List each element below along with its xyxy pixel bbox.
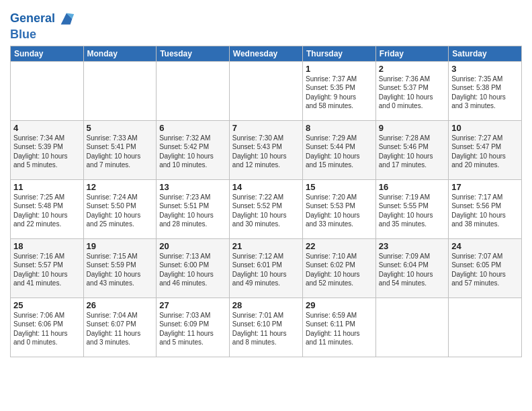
calendar-cell xyxy=(11,61,84,120)
day-number: 9 xyxy=(379,123,445,133)
day-info: Sunrise: 7:17 AMSunset: 5:56 PMDaylight:… xyxy=(451,193,519,229)
day-info: Sunrise: 7:06 AMSunset: 6:06 PMDaylight:… xyxy=(13,311,81,347)
day-info: Sunrise: 7:24 AMSunset: 5:50 PMDaylight:… xyxy=(87,193,154,229)
logo-text: General xyxy=(10,12,55,26)
calendar-cell: 8Sunrise: 7:29 AMSunset: 5:44 PMDaylight… xyxy=(302,120,375,179)
calendar-cell: 23Sunrise: 7:09 AMSunset: 6:04 PMDayligh… xyxy=(375,238,448,298)
calendar-cell: 7Sunrise: 7:30 AMSunset: 5:43 PMDaylight… xyxy=(229,120,302,179)
page-container: General Blue SundayMondayTuesdayWednesda… xyxy=(0,0,532,361)
calendar-cell: 3Sunrise: 7:35 AMSunset: 5:38 PMDaylight… xyxy=(449,61,522,120)
calendar-cell: 22Sunrise: 7:10 AMSunset: 6:02 PMDayligh… xyxy=(302,238,375,298)
calendar-cell: 1Sunrise: 7:37 AMSunset: 5:35 PMDaylight… xyxy=(302,61,375,120)
day-info: Sunrise: 6:59 AMSunset: 6:11 PMDaylight:… xyxy=(306,311,373,347)
calendar-cell: 24Sunrise: 7:07 AMSunset: 6:05 PMDayligh… xyxy=(449,238,522,298)
calendar-cell: 21Sunrise: 7:12 AMSunset: 6:01 PMDayligh… xyxy=(229,238,302,298)
day-info: Sunrise: 7:12 AMSunset: 6:01 PMDaylight:… xyxy=(232,252,300,288)
calendar-cell: 11Sunrise: 7:25 AMSunset: 5:48 PMDayligh… xyxy=(11,179,84,238)
calendar-cell xyxy=(449,298,522,357)
calendar-cell: 28Sunrise: 7:01 AMSunset: 6:10 PMDayligh… xyxy=(229,298,302,357)
day-info: Sunrise: 7:20 AMSunset: 5:53 PMDaylight:… xyxy=(306,193,373,229)
day-info: Sunrise: 7:25 AMSunset: 5:48 PMDaylight:… xyxy=(13,193,81,229)
day-info: Sunrise: 7:32 AMSunset: 5:42 PMDaylight:… xyxy=(159,134,226,170)
calendar-header-friday: Friday xyxy=(375,46,448,61)
day-number: 11 xyxy=(13,182,81,192)
day-info: Sunrise: 7:27 AMSunset: 5:47 PMDaylight:… xyxy=(451,134,519,170)
calendar-week-1: 4Sunrise: 7:34 AMSunset: 5:39 PMDaylight… xyxy=(11,120,522,179)
day-number: 17 xyxy=(451,182,519,192)
day-info: Sunrise: 7:19 AMSunset: 5:55 PMDaylight:… xyxy=(379,193,445,229)
day-info: Sunrise: 7:07 AMSunset: 6:05 PMDaylight:… xyxy=(451,252,519,288)
logo-text-blue: Blue xyxy=(10,28,76,42)
day-number: 12 xyxy=(87,182,154,192)
calendar-header-sunday: Sunday xyxy=(11,46,84,61)
day-number: 29 xyxy=(306,300,373,310)
calendar-cell: 26Sunrise: 7:04 AMSunset: 6:07 PMDayligh… xyxy=(83,298,157,357)
calendar-week-0: 1Sunrise: 7:37 AMSunset: 5:35 PMDaylight… xyxy=(11,61,522,120)
calendar-cell: 16Sunrise: 7:19 AMSunset: 5:55 PMDayligh… xyxy=(375,179,448,238)
calendar-cell: 17Sunrise: 7:17 AMSunset: 5:56 PMDayligh… xyxy=(449,179,522,238)
day-number: 3 xyxy=(451,64,519,74)
day-info: Sunrise: 7:30 AMSunset: 5:43 PMDaylight:… xyxy=(232,134,300,170)
day-number: 5 xyxy=(87,123,154,133)
day-info: Sunrise: 7:13 AMSunset: 6:00 PMDaylight:… xyxy=(159,252,226,288)
calendar-header-saturday: Saturday xyxy=(449,46,522,61)
day-number: 2 xyxy=(379,64,445,74)
day-info: Sunrise: 7:10 AMSunset: 6:02 PMDaylight:… xyxy=(306,252,373,288)
calendar-cell xyxy=(375,298,448,357)
day-info: Sunrise: 7:35 AMSunset: 5:38 PMDaylight:… xyxy=(451,75,519,111)
day-number: 28 xyxy=(232,300,300,310)
calendar-week-2: 11Sunrise: 7:25 AMSunset: 5:48 PMDayligh… xyxy=(11,179,522,238)
calendar-cell xyxy=(157,61,230,120)
logo-icon xyxy=(57,9,76,28)
calendar-cell: 14Sunrise: 7:22 AMSunset: 5:52 PMDayligh… xyxy=(229,179,302,238)
calendar-cell: 20Sunrise: 7:13 AMSunset: 6:00 PMDayligh… xyxy=(157,238,230,298)
day-info: Sunrise: 7:01 AMSunset: 6:10 PMDaylight:… xyxy=(232,311,300,347)
calendar-cell: 25Sunrise: 7:06 AMSunset: 6:06 PMDayligh… xyxy=(11,298,84,357)
day-number: 7 xyxy=(232,123,300,133)
day-number: 24 xyxy=(451,241,519,251)
day-number: 23 xyxy=(379,241,445,251)
day-number: 13 xyxy=(159,182,226,192)
day-number: 16 xyxy=(379,182,445,192)
day-number: 27 xyxy=(159,300,226,310)
day-number: 21 xyxy=(232,241,300,251)
day-info: Sunrise: 7:36 AMSunset: 5:37 PMDaylight:… xyxy=(379,75,445,111)
day-info: Sunrise: 7:29 AMSunset: 5:44 PMDaylight:… xyxy=(306,134,373,170)
calendar-cell xyxy=(83,61,157,120)
day-info: Sunrise: 7:03 AMSunset: 6:09 PMDaylight:… xyxy=(159,311,226,347)
day-number: 26 xyxy=(87,300,154,310)
day-number: 19 xyxy=(87,241,154,251)
day-number: 4 xyxy=(13,123,81,133)
day-info: Sunrise: 7:16 AMSunset: 5:57 PMDaylight:… xyxy=(13,252,81,288)
calendar-header-thursday: Thursday xyxy=(302,46,375,61)
day-info: Sunrise: 7:22 AMSunset: 5:52 PMDaylight:… xyxy=(232,193,300,229)
day-info: Sunrise: 7:33 AMSunset: 5:41 PMDaylight:… xyxy=(87,134,154,170)
day-info: Sunrise: 7:28 AMSunset: 5:46 PMDaylight:… xyxy=(379,134,445,170)
day-number: 14 xyxy=(232,182,300,192)
day-number: 25 xyxy=(13,300,81,310)
day-info: Sunrise: 7:15 AMSunset: 5:59 PMDaylight:… xyxy=(87,252,154,288)
calendar-cell: 15Sunrise: 7:20 AMSunset: 5:53 PMDayligh… xyxy=(302,179,375,238)
calendar-cell: 29Sunrise: 6:59 AMSunset: 6:11 PMDayligh… xyxy=(302,298,375,357)
day-info: Sunrise: 7:09 AMSunset: 6:04 PMDaylight:… xyxy=(379,252,445,288)
calendar-week-4: 25Sunrise: 7:06 AMSunset: 6:06 PMDayligh… xyxy=(11,298,522,357)
calendar-cell: 5Sunrise: 7:33 AMSunset: 5:41 PMDaylight… xyxy=(83,120,157,179)
day-number: 22 xyxy=(306,241,373,251)
calendar-cell: 12Sunrise: 7:24 AMSunset: 5:50 PMDayligh… xyxy=(83,179,157,238)
day-info: Sunrise: 7:34 AMSunset: 5:39 PMDaylight:… xyxy=(13,134,81,170)
day-info: Sunrise: 7:37 AMSunset: 5:35 PMDaylight:… xyxy=(306,75,373,111)
day-number: 10 xyxy=(451,123,519,133)
calendar-cell: 10Sunrise: 7:27 AMSunset: 5:47 PMDayligh… xyxy=(449,120,522,179)
calendar-cell: 4Sunrise: 7:34 AMSunset: 5:39 PMDaylight… xyxy=(11,120,84,179)
calendar-cell: 19Sunrise: 7:15 AMSunset: 5:59 PMDayligh… xyxy=(83,238,157,298)
calendar-header-row: SundayMondayTuesdayWednesdayThursdayFrid… xyxy=(11,46,522,61)
day-number: 20 xyxy=(159,241,226,251)
calendar-cell xyxy=(229,61,302,120)
calendar-cell: 13Sunrise: 7:23 AMSunset: 5:51 PMDayligh… xyxy=(157,179,230,238)
calendar-table: SundayMondayTuesdayWednesdayThursdayFrid… xyxy=(10,46,522,357)
calendar-cell: 6Sunrise: 7:32 AMSunset: 5:42 PMDaylight… xyxy=(157,120,230,179)
header: General Blue xyxy=(10,7,522,42)
day-number: 15 xyxy=(306,182,373,192)
calendar-cell: 18Sunrise: 7:16 AMSunset: 5:57 PMDayligh… xyxy=(11,238,84,298)
calendar-header-tuesday: Tuesday xyxy=(157,46,230,61)
